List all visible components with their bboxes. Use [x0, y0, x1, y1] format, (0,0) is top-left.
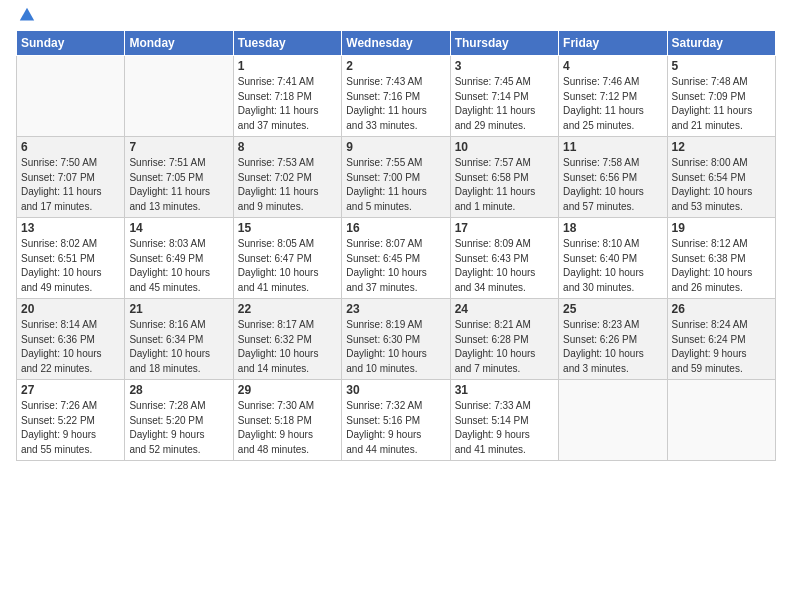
calendar-cell: 28Sunrise: 7:28 AMSunset: 5:20 PMDayligh…	[125, 380, 233, 461]
day-number: 29	[238, 383, 337, 397]
calendar-cell: 25Sunrise: 8:23 AMSunset: 6:26 PMDayligh…	[559, 299, 667, 380]
day-info: Sunrise: 8:19 AMSunset: 6:30 PMDaylight:…	[346, 318, 445, 376]
day-number: 21	[129, 302, 228, 316]
calendar-cell: 10Sunrise: 7:57 AMSunset: 6:58 PMDayligh…	[450, 137, 558, 218]
calendar-header-wednesday: Wednesday	[342, 31, 450, 56]
calendar-cell: 20Sunrise: 8:14 AMSunset: 6:36 PMDayligh…	[17, 299, 125, 380]
day-info: Sunrise: 7:51 AMSunset: 7:05 PMDaylight:…	[129, 156, 228, 214]
day-number: 23	[346, 302, 445, 316]
calendar-header-sunday: Sunday	[17, 31, 125, 56]
day-info: Sunrise: 7:45 AMSunset: 7:14 PMDaylight:…	[455, 75, 554, 133]
page: SundayMondayTuesdayWednesdayThursdayFrid…	[0, 0, 792, 471]
calendar-cell: 9Sunrise: 7:55 AMSunset: 7:00 PMDaylight…	[342, 137, 450, 218]
calendar-cell	[559, 380, 667, 461]
calendar-week-3: 13Sunrise: 8:02 AMSunset: 6:51 PMDayligh…	[17, 218, 776, 299]
day-info: Sunrise: 8:03 AMSunset: 6:49 PMDaylight:…	[129, 237, 228, 295]
day-number: 30	[346, 383, 445, 397]
calendar-header-thursday: Thursday	[450, 31, 558, 56]
day-info: Sunrise: 7:32 AMSunset: 5:16 PMDaylight:…	[346, 399, 445, 457]
day-info: Sunrise: 7:43 AMSunset: 7:16 PMDaylight:…	[346, 75, 445, 133]
calendar-cell: 7Sunrise: 7:51 AMSunset: 7:05 PMDaylight…	[125, 137, 233, 218]
calendar-cell: 30Sunrise: 7:32 AMSunset: 5:16 PMDayligh…	[342, 380, 450, 461]
calendar-cell: 6Sunrise: 7:50 AMSunset: 7:07 PMDaylight…	[17, 137, 125, 218]
day-number: 8	[238, 140, 337, 154]
day-info: Sunrise: 7:50 AMSunset: 7:07 PMDaylight:…	[21, 156, 120, 214]
day-info: Sunrise: 8:00 AMSunset: 6:54 PMDaylight:…	[672, 156, 771, 214]
calendar-cell: 19Sunrise: 8:12 AMSunset: 6:38 PMDayligh…	[667, 218, 775, 299]
day-info: Sunrise: 7:55 AMSunset: 7:00 PMDaylight:…	[346, 156, 445, 214]
calendar-week-5: 27Sunrise: 7:26 AMSunset: 5:22 PMDayligh…	[17, 380, 776, 461]
day-number: 26	[672, 302, 771, 316]
calendar-cell	[667, 380, 775, 461]
calendar-cell: 15Sunrise: 8:05 AMSunset: 6:47 PMDayligh…	[233, 218, 341, 299]
calendar-cell: 26Sunrise: 8:24 AMSunset: 6:24 PMDayligh…	[667, 299, 775, 380]
calendar-cell: 27Sunrise: 7:26 AMSunset: 5:22 PMDayligh…	[17, 380, 125, 461]
calendar-header-row: SundayMondayTuesdayWednesdayThursdayFrid…	[17, 31, 776, 56]
calendar-cell: 31Sunrise: 7:33 AMSunset: 5:14 PMDayligh…	[450, 380, 558, 461]
day-number: 24	[455, 302, 554, 316]
day-number: 2	[346, 59, 445, 73]
day-number: 1	[238, 59, 337, 73]
day-number: 18	[563, 221, 662, 235]
day-number: 17	[455, 221, 554, 235]
calendar-cell: 4Sunrise: 7:46 AMSunset: 7:12 PMDaylight…	[559, 56, 667, 137]
day-number: 20	[21, 302, 120, 316]
calendar-cell: 17Sunrise: 8:09 AMSunset: 6:43 PMDayligh…	[450, 218, 558, 299]
day-number: 7	[129, 140, 228, 154]
day-info: Sunrise: 7:53 AMSunset: 7:02 PMDaylight:…	[238, 156, 337, 214]
day-info: Sunrise: 7:30 AMSunset: 5:18 PMDaylight:…	[238, 399, 337, 457]
day-info: Sunrise: 7:26 AMSunset: 5:22 PMDaylight:…	[21, 399, 120, 457]
calendar-cell: 29Sunrise: 7:30 AMSunset: 5:18 PMDayligh…	[233, 380, 341, 461]
logo	[16, 20, 36, 24]
calendar-cell	[125, 56, 233, 137]
day-number: 27	[21, 383, 120, 397]
day-number: 16	[346, 221, 445, 235]
day-number: 9	[346, 140, 445, 154]
calendar-cell: 12Sunrise: 8:00 AMSunset: 6:54 PMDayligh…	[667, 137, 775, 218]
day-info: Sunrise: 7:57 AMSunset: 6:58 PMDaylight:…	[455, 156, 554, 214]
day-number: 6	[21, 140, 120, 154]
day-info: Sunrise: 8:23 AMSunset: 6:26 PMDaylight:…	[563, 318, 662, 376]
calendar-week-2: 6Sunrise: 7:50 AMSunset: 7:07 PMDaylight…	[17, 137, 776, 218]
day-number: 13	[21, 221, 120, 235]
calendar-cell: 8Sunrise: 7:53 AMSunset: 7:02 PMDaylight…	[233, 137, 341, 218]
day-info: Sunrise: 8:10 AMSunset: 6:40 PMDaylight:…	[563, 237, 662, 295]
day-info: Sunrise: 7:33 AMSunset: 5:14 PMDaylight:…	[455, 399, 554, 457]
day-number: 4	[563, 59, 662, 73]
calendar-header-tuesday: Tuesday	[233, 31, 341, 56]
calendar-cell: 13Sunrise: 8:02 AMSunset: 6:51 PMDayligh…	[17, 218, 125, 299]
calendar-cell: 11Sunrise: 7:58 AMSunset: 6:56 PMDayligh…	[559, 137, 667, 218]
calendar-header-saturday: Saturday	[667, 31, 775, 56]
calendar-cell	[17, 56, 125, 137]
logo-icon	[18, 6, 36, 24]
day-info: Sunrise: 7:28 AMSunset: 5:20 PMDaylight:…	[129, 399, 228, 457]
calendar-week-4: 20Sunrise: 8:14 AMSunset: 6:36 PMDayligh…	[17, 299, 776, 380]
day-number: 15	[238, 221, 337, 235]
day-number: 3	[455, 59, 554, 73]
day-info: Sunrise: 8:21 AMSunset: 6:28 PMDaylight:…	[455, 318, 554, 376]
day-info: Sunrise: 8:14 AMSunset: 6:36 PMDaylight:…	[21, 318, 120, 376]
calendar-week-1: 1Sunrise: 7:41 AMSunset: 7:18 PMDaylight…	[17, 56, 776, 137]
calendar-cell: 16Sunrise: 8:07 AMSunset: 6:45 PMDayligh…	[342, 218, 450, 299]
calendar-cell: 5Sunrise: 7:48 AMSunset: 7:09 PMDaylight…	[667, 56, 775, 137]
day-info: Sunrise: 8:07 AMSunset: 6:45 PMDaylight:…	[346, 237, 445, 295]
calendar-cell: 2Sunrise: 7:43 AMSunset: 7:16 PMDaylight…	[342, 56, 450, 137]
day-info: Sunrise: 8:12 AMSunset: 6:38 PMDaylight:…	[672, 237, 771, 295]
day-info: Sunrise: 8:09 AMSunset: 6:43 PMDaylight:…	[455, 237, 554, 295]
day-info: Sunrise: 8:05 AMSunset: 6:47 PMDaylight:…	[238, 237, 337, 295]
day-info: Sunrise: 7:46 AMSunset: 7:12 PMDaylight:…	[563, 75, 662, 133]
day-number: 22	[238, 302, 337, 316]
day-info: Sunrise: 8:24 AMSunset: 6:24 PMDaylight:…	[672, 318, 771, 376]
svg-marker-0	[20, 8, 34, 21]
day-number: 28	[129, 383, 228, 397]
day-number: 25	[563, 302, 662, 316]
calendar-cell: 3Sunrise: 7:45 AMSunset: 7:14 PMDaylight…	[450, 56, 558, 137]
day-number: 12	[672, 140, 771, 154]
calendar-cell: 1Sunrise: 7:41 AMSunset: 7:18 PMDaylight…	[233, 56, 341, 137]
day-number: 14	[129, 221, 228, 235]
day-number: 31	[455, 383, 554, 397]
calendar-cell: 22Sunrise: 8:17 AMSunset: 6:32 PMDayligh…	[233, 299, 341, 380]
day-info: Sunrise: 7:48 AMSunset: 7:09 PMDaylight:…	[672, 75, 771, 133]
day-info: Sunrise: 7:58 AMSunset: 6:56 PMDaylight:…	[563, 156, 662, 214]
day-number: 10	[455, 140, 554, 154]
